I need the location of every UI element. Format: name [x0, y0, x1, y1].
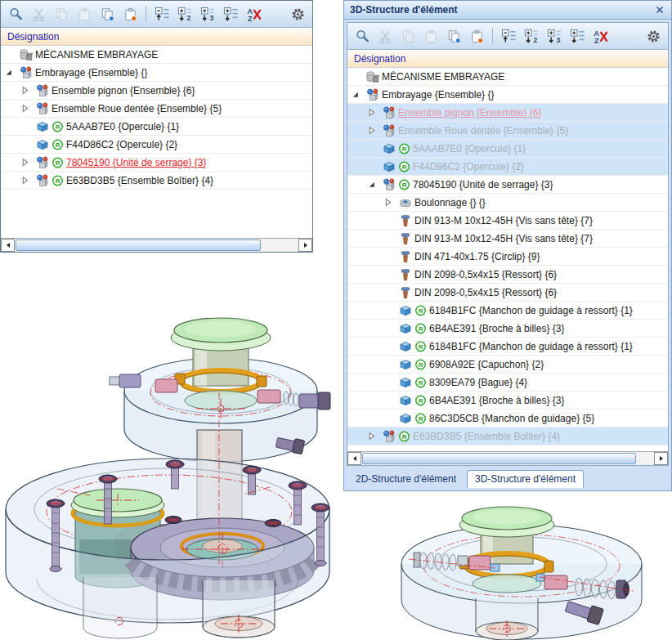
- scroll-right-button[interactable]: [654, 452, 668, 465]
- screw-icon: [399, 232, 412, 245]
- expand-level-2-button[interactable]: [175, 4, 195, 24]
- tree-item[interactable]: 6184B1FC {Manchon de guidage à ressort} …: [347, 302, 668, 320]
- paste-button: [74, 4, 94, 24]
- collapse-expander-icon[interactable]: [351, 90, 363, 99]
- expand-expander-icon[interactable]: [367, 432, 379, 441]
- paste-with-reference-button[interactable]: [467, 26, 486, 46]
- search-button[interactable]: [352, 26, 372, 46]
- panel-titlebar[interactable]: 3D-Structure d'élément: [344, 1, 671, 20]
- expander-slot: [383, 234, 396, 243]
- arrow-left-icon: [5, 242, 11, 248]
- copy-with-reference-icon: [446, 29, 462, 44]
- settings-button[interactable]: [288, 4, 307, 24]
- tree-item[interactable]: 5AAAB7E0 {Opercule} {1}: [1, 118, 312, 136]
- settings-button[interactable]: [643, 26, 663, 46]
- scrollbar-track[interactable]: [15, 239, 298, 252]
- expand-expander-icon[interactable]: [20, 158, 33, 167]
- close-icon[interactable]: [654, 4, 665, 16]
- 3d-viewport-clamping-unit[interactable]: [384, 489, 672, 640]
- collapse-tree-button[interactable]: [499, 26, 518, 46]
- search-button[interactable]: [6, 4, 25, 24]
- collapse-expander-icon[interactable]: [367, 180, 379, 189]
- tree-item[interactable]: 86C3D5CB {Manchon de guidage} {5}: [347, 410, 668, 427]
- column-header[interactable]: Désignation: [347, 50, 668, 68]
- tree-item-label: DIN 2098-0,5x4x15 {Ressort} {6}: [414, 287, 557, 298]
- scroll-right-button[interactable]: [298, 239, 312, 252]
- remove-sort-button[interactable]: [244, 4, 263, 24]
- tree-item-label: Ensemble Roue dentée {Ensemble} {5}: [398, 125, 568, 137]
- tree-item[interactable]: Ensemble pignon {Ensemble} {6}: [1, 82, 312, 100]
- tab-bar: 2D-Structure d'élément 3D-Structure d'él…: [347, 466, 669, 488]
- column-header[interactable]: Désignation: [1, 28, 312, 46]
- remove-sort-icon: [246, 7, 262, 22]
- tab-2d-structure[interactable]: 2D-Structure d'élément: [348, 471, 464, 488]
- cut-button: [375, 26, 395, 46]
- expand-expander-icon[interactable]: [367, 126, 379, 135]
- expand-expander-icon[interactable]: [20, 86, 33, 95]
- tree-item[interactable]: 8309EA79 {Bague} {4}: [347, 374, 668, 392]
- tree-item[interactable]: DIN 471-40x1.75 {Circlip} {9}: [347, 248, 668, 266]
- expand-level-2-button[interactable]: [522, 26, 541, 46]
- tree-item[interactable]: DIN 2098-0,5x4x15 {Ressort} {6}: [347, 284, 668, 302]
- copy-with-reference-button[interactable]: [97, 4, 117, 24]
- tree-item[interactable]: 5AAAB7E0 {Opercule} {1}: [347, 140, 668, 158]
- tree-item[interactable]: E63BD3B5 {Ensemble Boîtier} {4}: [347, 427, 668, 445]
- reference-badge-icon: [398, 160, 410, 172]
- tree-item[interactable]: 6184B1FC {Manchon de guidage à ressort} …: [347, 338, 668, 356]
- tree-item[interactable]: 6908A92E {Capuchon} {2}: [347, 356, 668, 374]
- tree-item[interactable]: DIN 913-M 10x12-45H {Vis sans tête} {7}: [347, 230, 668, 248]
- assembly-icon: [36, 156, 49, 169]
- panel-title: 3D-Structure d'élément: [350, 4, 458, 16]
- tree-item[interactable]: F44D86C2 {Opercule} {2}: [1, 136, 312, 154]
- expand-level-2-icon: [177, 7, 193, 22]
- scrollbar-thumb[interactable]: [16, 239, 261, 251]
- tree-item[interactable]: F44D86C2 {Opercule} {2}: [347, 158, 668, 176]
- expand-expander-icon[interactable]: [367, 108, 379, 117]
- copy-with-reference-button[interactable]: [444, 26, 464, 46]
- part-icon: [399, 412, 412, 425]
- tree-item[interactable]: Embrayage {Ensemble} {}: [1, 64, 312, 82]
- tree-item[interactable]: MÉCANISME EMBRAYAGE: [347, 68, 668, 86]
- expand-expander-icon[interactable]: [383, 198, 396, 207]
- tree-item-label: DIN 471-40x1.75 {Circlip} {9}: [414, 251, 540, 262]
- tree-item[interactable]: 78045190 {Unité de serrage} {3}: [1, 154, 312, 172]
- remove-sort-button[interactable]: [590, 26, 610, 46]
- search-icon: [8, 7, 24, 22]
- expand-expander-icon[interactable]: [20, 104, 33, 113]
- tree-item[interactable]: Ensemble pignon {Ensemble} {6}: [347, 104, 668, 122]
- paste-with-reference-button[interactable]: [120, 4, 140, 24]
- copy-icon: [401, 29, 416, 44]
- tree-item-label: DIN 913-M 10x12-45H {Vis sans tête} {7}: [414, 215, 593, 226]
- tree-item[interactable]: 6B4AE391 {Broche à billes} {3}: [347, 320, 668, 338]
- tree-item[interactable]: E63BD3B5 {Ensemble Boîtier} {4}: [1, 172, 312, 190]
- tree-item[interactable]: 6B4AE391 {Broche à billes} {3}: [347, 392, 668, 410]
- tree-item[interactable]: Boulonnage {} {}: [347, 194, 668, 212]
- 3d-viewport-clutch-assembly[interactable]: [0, 294, 352, 640]
- collapse-tree-button[interactable]: [152, 4, 172, 24]
- tree-item[interactable]: MÉCANISME EMBRAYAGE: [1, 46, 312, 64]
- expand-all-button[interactable]: [221, 4, 240, 24]
- tree-item[interactable]: Embrayage {Ensemble} {}: [347, 86, 668, 104]
- tree-item[interactable]: DIN 2098-0,5x4x15 {Ressort} {6}: [347, 266, 668, 284]
- expand-expander-icon[interactable]: [20, 176, 33, 185]
- tree-item-label: 6908A92E {Capuchon} {2}: [429, 359, 544, 370]
- collapse-expander-icon[interactable]: [4, 68, 16, 77]
- tree-item[interactable]: 78045190 {Unité de serrage} {3}: [347, 176, 668, 194]
- tree-item[interactable]: Ensemble Roue dentée {Ensemble} {5}: [1, 100, 312, 118]
- part-icon: [399, 322, 412, 335]
- scroll-left-button[interactable]: [1, 239, 15, 252]
- application-workspace: Désignation MÉCANISME EMBRAYAGEEmbrayage…: [0, 0, 672, 640]
- expand-all-button[interactable]: [567, 26, 587, 46]
- cut-icon: [31, 7, 47, 22]
- collapse-tree-icon: [501, 29, 517, 44]
- expand-level-3-button[interactable]: [198, 4, 217, 24]
- expand-level-3-button[interactable]: [544, 26, 564, 46]
- tab-3d-structure[interactable]: 3D-Structure d'élément: [467, 470, 584, 488]
- reference-badge-icon: [398, 178, 410, 190]
- cut-button: [29, 4, 48, 24]
- scrollbar-track[interactable]: [361, 452, 654, 465]
- scrollbar-thumb[interactable]: [362, 453, 636, 464]
- tree-item[interactable]: Ensemble Roue dentée {Ensemble} {5}: [347, 122, 668, 140]
- tree-item[interactable]: DIN 913-M 10x12-45H {Vis sans tête} {7}: [347, 212, 668, 230]
- expand-all-icon: [570, 29, 585, 44]
